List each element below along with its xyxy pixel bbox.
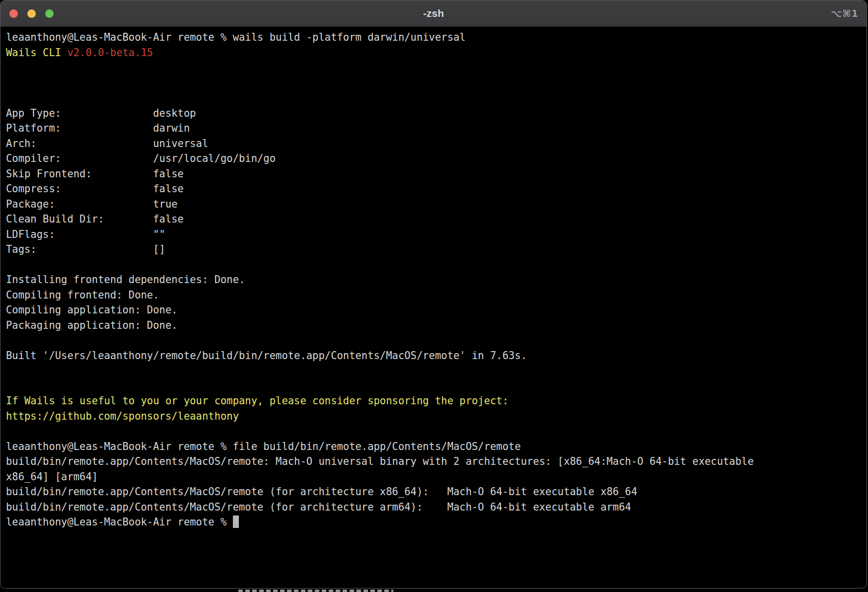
terminal-text-segment: Compiling frontend: Done. — [6, 289, 159, 301]
terminal-line: Package: true — [6, 197, 867, 212]
terminal-text-segment: App Type: desktop — [6, 107, 196, 119]
terminal-cursor — [233, 516, 239, 528]
terminal-line: build/bin/remote.app/Contents/MacOS/remo… — [6, 500, 867, 515]
terminal-line — [6, 363, 867, 378]
terminal-text-segment: build/bin/remote.app/Contents/MacOS/remo… — [6, 501, 631, 513]
terminal-text-segment: Installing frontend dependencies: Done. — [6, 274, 245, 286]
terminal-line: Packaging application: Done. — [6, 318, 867, 333]
title-bar[interactable]: -zsh ⌥⌘1 — [0, 0, 867, 27]
minimize-button[interactable] — [27, 9, 36, 18]
terminal-line: Compiler: /usr/local/go/bin/go — [6, 151, 867, 166]
terminal-text-segment: Arch: universal — [6, 138, 208, 149]
terminal-line: Clean Build Dir: false — [6, 212, 867, 227]
terminal-line: Arch: universal — [6, 136, 867, 151]
terminal-line — [6, 60, 867, 75]
close-button[interactable] — [9, 9, 18, 18]
terminal-line: leaanthony@Leas-MacBook-Air remote % — [6, 515, 867, 530]
terminal-line: build/bin/remote.app/Contents/MacOS/remo… — [6, 454, 867, 469]
terminal-line: Built '/Users/leaanthony/remote/build/bi… — [6, 348, 867, 364]
terminal-text-segment: Compress: false — [6, 183, 184, 195]
terminal-line: Tags: [] — [6, 242, 867, 257]
terminal-text-segment: Tags: [] — [6, 243, 165, 255]
terminal-text-segment: Skip Frontend: false — [6, 168, 184, 180]
terminal-text-segment: Package: true — [6, 198, 178, 210]
terminal-line: Platform: darwin — [6, 121, 867, 136]
terminal-line: leaanthony@Leas-MacBook-Air remote % wai… — [6, 30, 867, 45]
terminal-line: Skip Frontend: false — [6, 166, 867, 182]
terminal-text-segment: Packaging application: Done. — [6, 319, 178, 331]
terminal-text-segment: Platform: darwin — [6, 122, 190, 134]
terminal-text-segment: Built '/Users/leaanthony/remote/build/bi… — [6, 350, 527, 362]
terminal-text-segment: build/bin/remote.app/Contents/MacOS/remo… — [6, 486, 637, 498]
traffic-lights — [9, 0, 54, 26]
terminal-line — [6, 257, 867, 273]
terminal-line: Installing frontend dependencies: Done. — [6, 272, 867, 288]
terminal-text-segment: build/bin/remote.app/Contents/MacOS/remo… — [6, 455, 754, 467]
terminal-text-segment: leaanthony@Leas-MacBook-Air remote % — [6, 516, 233, 528]
terminal-line: Wails CLI v2.0.0-beta.15 — [6, 45, 867, 61]
terminal-text-segment: Clean Build Dir: false — [6, 213, 184, 225]
terminal-text-segment: LDFlags: "" — [6, 228, 165, 240]
terminal-line: build/bin/remote.app/Contents/MacOS/remo… — [6, 484, 867, 500]
terminal-text-segment: x86_64] [arm64] — [6, 471, 98, 483]
terminal-window: -zsh ⌥⌘1 leaanthony@Leas-MacBook-Air rem… — [0, 0, 867, 589]
terminal-text-segment: If Wails is useful to you or your compan… — [6, 395, 508, 407]
terminal-line: https://github.com/sponsors/leaanthony — [6, 409, 867, 424]
terminal-line: App Type: desktop — [6, 106, 867, 121]
terminal-line — [6, 75, 867, 91]
terminal-line: Compiling frontend: Done. — [6, 288, 867, 303]
terminal-line: If Wails is useful to you or your compan… — [6, 393, 867, 409]
terminal-link[interactable]: https://github.com/sponsors/leaanthony — [6, 410, 239, 422]
terminal-line — [6, 378, 867, 394]
tab-shortcut-label: ⌥⌘1 — [831, 0, 859, 26]
terminal-line: LDFlags: "" — [6, 227, 867, 242]
terminal-line — [6, 333, 867, 348]
terminal-body[interactable]: leaanthony@Leas-MacBook-Air remote % wai… — [0, 27, 867, 530]
terminal-line: Compress: false — [6, 181, 867, 197]
terminal-line — [6, 90, 867, 106]
terminal-line: x86_64] [arm64] — [6, 469, 867, 485]
terminal-line: leaanthony@Leas-MacBook-Air remote % fil… — [6, 439, 867, 454]
terminal-text-segment: v2.0.0-beta.15 — [67, 47, 153, 59]
zoom-button[interactable] — [45, 9, 54, 18]
terminal-text-segment: leaanthony@Leas-MacBook-Air remote % wai… — [6, 31, 466, 43]
terminal-line — [6, 424, 867, 439]
window-title: -zsh — [0, 7, 867, 19]
terminal-line: Compiling application: Done. — [6, 302, 867, 318]
background-window-sliver — [238, 590, 393, 592]
terminal-text-segment: leaanthony@Leas-MacBook-Air remote % fil… — [6, 441, 521, 452]
terminal-text-segment: Compiler: /usr/local/go/bin/go — [6, 152, 276, 164]
terminal-text-segment: Compiling application: Done. — [6, 304, 178, 316]
terminal-text-segment: Wails CLI — [6, 47, 67, 59]
